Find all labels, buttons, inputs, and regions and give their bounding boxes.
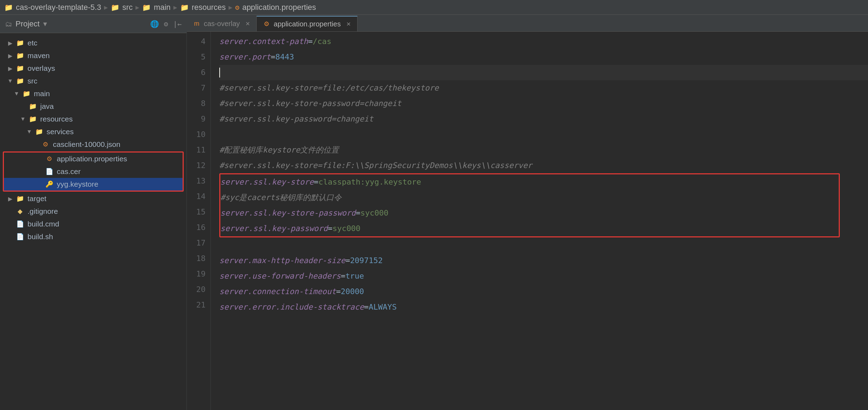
resources-label: resources bbox=[40, 115, 73, 123]
editor-tabs: m cas-overlay ✕ ⚙ application.properties… bbox=[187, 15, 868, 32]
keystore-label: yyg.keystore bbox=[57, 180, 98, 188]
cas-overlay-tab-label: cas-overlay bbox=[204, 20, 240, 28]
sidebar-title: Project bbox=[16, 19, 39, 29]
tree-item-yyg-keystore[interactable]: 🔑 yyg.keystore bbox=[4, 178, 183, 191]
tree-item-gitignore[interactable]: ◆ .gitignore bbox=[0, 205, 187, 218]
tree-item-build-cmd[interactable]: 📄 build.cmd bbox=[0, 218, 187, 230]
title-sep2: ▶ bbox=[135, 4, 139, 11]
red-box-code: server.ssl.key-store=classpath:yyg.keyst… bbox=[219, 173, 840, 237]
editor-area: m cas-overlay ✕ ⚙ application.properties… bbox=[187, 15, 868, 410]
title-path-main-icon: 📁 bbox=[142, 3, 151, 12]
tree-item-resources[interactable]: 📁 resources bbox=[0, 113, 187, 125]
code-line-16: server.ssl.key-password=syc000 bbox=[220, 221, 839, 236]
cascer-label: cas.cer bbox=[57, 167, 81, 176]
java-label: java bbox=[40, 102, 54, 111]
code-line-8: #server.ssl.key-store-password=changeit bbox=[219, 96, 868, 111]
title-path-src: 📁 bbox=[111, 3, 120, 12]
code-line-17 bbox=[219, 237, 868, 253]
casclient-file-icon: ⚙ bbox=[41, 140, 50, 149]
title-project-name: cas-overlay-template-5.3 bbox=[16, 3, 101, 12]
sidebar: 🗂 Project ▼ 🌐 ⚙ |← 📁 etc 📁 maven bbox=[0, 15, 187, 410]
code-line-12: #server.ssl.key-store=file:F:\\SpringSec… bbox=[219, 158, 868, 173]
sidebar-globe-icon[interactable]: 🌐 bbox=[150, 20, 159, 28]
title-main: main bbox=[154, 3, 171, 12]
title-sep1: ▶ bbox=[104, 4, 108, 11]
buildsh-file-icon: 📄 bbox=[16, 232, 25, 241]
cas-overlay-tab-close[interactable]: ✕ bbox=[245, 20, 250, 27]
src-label: src bbox=[27, 77, 37, 85]
cascer-file-icon: 📄 bbox=[45, 167, 54, 176]
target-folder-icon: 📁 bbox=[16, 194, 25, 203]
src-arrow-icon bbox=[6, 78, 14, 84]
keystore-file-icon: 🔑 bbox=[45, 180, 54, 189]
code-line-5: server.port=8443 bbox=[219, 49, 868, 65]
main-label: main bbox=[34, 89, 50, 98]
appprops-tab-icon: ⚙ bbox=[263, 20, 270, 27]
title-resources: resources bbox=[192, 3, 226, 12]
tree-item-cas-cer[interactable]: 📄 cas.cer bbox=[4, 165, 183, 178]
etc-folder-icon: 📁 bbox=[16, 38, 25, 48]
java-folder-icon: 📁 bbox=[28, 102, 37, 111]
tab-cas-overlay[interactable]: m cas-overlay ✕ bbox=[187, 16, 257, 31]
title-file: application.properties bbox=[242, 3, 316, 12]
casclient-label: casclient-10000.json bbox=[53, 140, 120, 149]
tree-item-services[interactable]: 📁 services bbox=[0, 125, 187, 138]
tree-item-build-sh[interactable]: 📄 build.sh bbox=[0, 230, 187, 243]
buildcmd-label: build.cmd bbox=[27, 220, 59, 228]
overlays-label: overlays bbox=[27, 64, 55, 73]
code-line-14: #syc是cacerts秘钥库的默认口令 bbox=[220, 190, 839, 205]
code-editor[interactable]: 4 5 6 7 8 9 10 11 12 13 14 15 16 17 18 1… bbox=[187, 32, 868, 410]
red-outline-files: ⚙ application.properties 📄 cas.cer 🔑 yyg… bbox=[3, 151, 184, 192]
tree-item-target[interactable]: 📁 target bbox=[0, 192, 187, 205]
maven-label: maven bbox=[27, 51, 50, 60]
code-line-9: #server.ssl.key-password=changeit bbox=[219, 111, 868, 127]
tree-item-application-properties[interactable]: ⚙ application.properties bbox=[4, 153, 183, 165]
title-sep3: ▶ bbox=[173, 4, 177, 11]
tab-application-properties[interactable]: ⚙ application.properties ✕ bbox=[257, 16, 357, 31]
code-line-13: server.ssl.key-store=classpath:yyg.keyst… bbox=[220, 174, 839, 190]
sidebar-arrow-icon[interactable]: ▼ bbox=[43, 20, 47, 27]
overlays-arrow-icon bbox=[6, 65, 14, 72]
tree-item-maven[interactable]: 📁 maven bbox=[0, 49, 187, 62]
appprops-file-icon: ⚙ bbox=[45, 154, 54, 163]
code-line-18: server.max-http-header-size=2097152 bbox=[219, 253, 868, 268]
buildcmd-file-icon: 📄 bbox=[16, 219, 25, 229]
tree-item-overlays[interactable]: 📁 overlays bbox=[0, 62, 187, 75]
sidebar-settings-icon[interactable]: ⚙ bbox=[164, 20, 168, 28]
code-line-10 bbox=[219, 127, 868, 142]
title-src: src bbox=[122, 3, 133, 12]
etc-label: etc bbox=[27, 39, 37, 47]
sidebar-header-icon: 🗂 bbox=[5, 20, 12, 28]
target-label: target bbox=[27, 194, 47, 203]
main-arrow-icon bbox=[13, 91, 20, 97]
sidebar-header-actions: 🌐 ⚙ |← bbox=[150, 20, 182, 28]
maven-arrow-icon bbox=[6, 52, 14, 59]
code-line-6 bbox=[219, 65, 868, 80]
resources-arrow-icon bbox=[19, 116, 27, 122]
code-line-20: server.connection-timeout=20000 bbox=[219, 284, 868, 299]
main-layout: 🗂 Project ▼ 🌐 ⚙ |← 📁 etc 📁 maven bbox=[0, 15, 868, 410]
sidebar-header: 🗂 Project ▼ 🌐 ⚙ |← bbox=[0, 15, 187, 33]
target-arrow-icon bbox=[6, 195, 14, 202]
sidebar-layout-icon[interactable]: |← bbox=[173, 20, 182, 28]
tree-item-etc[interactable]: 📁 etc bbox=[0, 37, 187, 49]
file-tree: 📁 etc 📁 maven 📁 overlays 📁 src bbox=[0, 33, 187, 410]
line-numbers: 4 5 6 7 8 9 10 11 12 13 14 15 16 17 18 1… bbox=[187, 32, 211, 410]
overlays-folder-icon: 📁 bbox=[16, 64, 25, 73]
code-content[interactable]: server.context-path=/cas server.port=844… bbox=[211, 32, 868, 410]
appprops-tab-close[interactable]: ✕ bbox=[346, 21, 351, 27]
services-folder-icon: 📁 bbox=[35, 127, 44, 136]
services-label: services bbox=[47, 128, 74, 136]
src-folder-icon: 📁 bbox=[16, 76, 25, 86]
tree-item-src[interactable]: 📁 src bbox=[0, 75, 187, 87]
tree-item-java[interactable]: 📁 java bbox=[0, 100, 187, 113]
buildsh-label: build.sh bbox=[27, 232, 53, 241]
title-project-icon: 📁 bbox=[4, 3, 13, 12]
maven-folder-icon: 📁 bbox=[16, 51, 25, 60]
code-line-19: server.use-forward-headers=true bbox=[219, 268, 868, 284]
tree-item-main[interactable]: 📁 main bbox=[0, 87, 187, 100]
code-line-11: #配置秘钥库keystore文件的位置 bbox=[219, 142, 868, 158]
gitignore-label: .gitignore bbox=[27, 207, 58, 216]
tree-item-casclient[interactable]: ⚙ casclient-10000.json bbox=[0, 138, 187, 151]
title-bar: 📁 cas-overlay-template-5.3 ▶ 📁 src ▶ 📁 m… bbox=[0, 0, 868, 15]
